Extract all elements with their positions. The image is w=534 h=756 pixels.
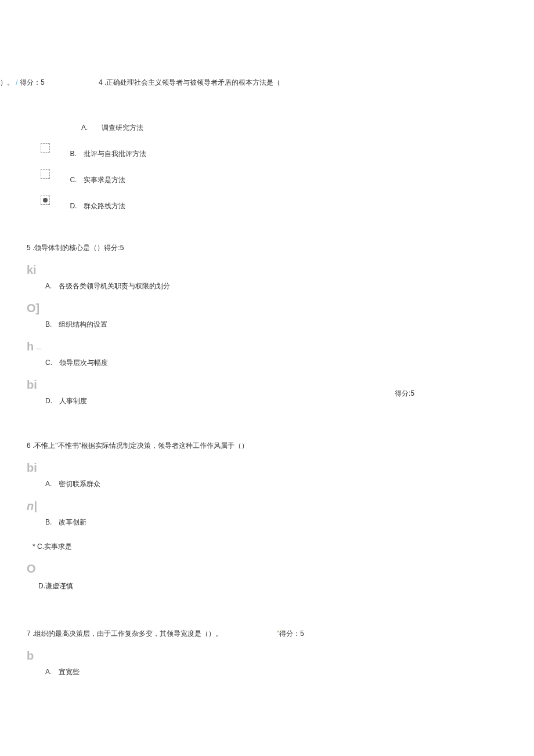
q4-option-c-row[interactable]: C. 实事求是方法 bbox=[41, 169, 534, 185]
artifact-dash: — bbox=[36, 346, 41, 352]
q6-option-d: D.谦虚谨慎 bbox=[38, 581, 534, 591]
artifact-text: n| bbox=[27, 500, 534, 513]
q4-option-a: A. 调查研究方法 bbox=[81, 123, 143, 133]
q6-option-b: B. 改革创新 bbox=[45, 518, 534, 527]
q4-options: A. 调查研究方法 B. 批评与自我批评方法 C. 实事求是方法 D. 群众路线… bbox=[41, 122, 534, 211]
q4-option-b: B. 批评与自我批评方法 bbox=[70, 149, 146, 159]
q6-option-c: * C.实事求是 bbox=[33, 542, 534, 552]
q4-score: ）。 / 得分：5 bbox=[0, 78, 45, 88]
radio-icon[interactable] bbox=[41, 169, 50, 179]
artifact-text: O] bbox=[27, 302, 534, 315]
q4-score-prefix: ）。 bbox=[0, 78, 14, 86]
artifact-text: b bbox=[27, 649, 534, 663]
q4-score-slash: / bbox=[16, 78, 17, 86]
question-7-text: 7 .组织的最高决策层，由于工作复杂多变，其领导宽度是（）。 bbox=[27, 630, 222, 638]
q4-question-text: 4 .正确处理社会主义领导者与被领导者矛盾的根本方法是（ bbox=[99, 78, 280, 88]
artifact-text: h— bbox=[27, 340, 534, 353]
q4-text-content: .正确处理社会主义领导者与被领导者矛盾的根本方法是（ bbox=[104, 78, 280, 86]
radio-icon[interactable] bbox=[41, 143, 50, 153]
q7-score: "得分：5 bbox=[277, 629, 304, 639]
radio-selected-icon[interactable] bbox=[41, 196, 50, 205]
artifact-text: ki bbox=[27, 263, 534, 277]
q4-option-b-row[interactable]: B. 批评与自我批评方法 bbox=[41, 143, 534, 159]
question-4-header: ）。 / 得分：5 4 .正确处理社会主义领导者与被领导者矛盾的根本方法是（ bbox=[0, 70, 534, 104]
q4-score-text: 得分：5 bbox=[20, 78, 45, 86]
q5-option-a: A. 各级各类领导机关职责与权限的划分 bbox=[45, 281, 534, 291]
q4-option-a-row: A. 调查研究方法 bbox=[41, 122, 534, 133]
artifact-h: h bbox=[27, 340, 34, 353]
q6-score: 得分:5 bbox=[395, 389, 414, 399]
artifact-text: bi bbox=[27, 461, 534, 475]
artifact-text: O bbox=[27, 562, 534, 576]
q4-number: 4 bbox=[99, 78, 103, 86]
q7-score-text: 得分：5 bbox=[279, 630, 304, 638]
q5-option-c: C. 领导层次与幅度 bbox=[45, 358, 534, 368]
artifact-text: bi bbox=[27, 378, 534, 392]
q4-option-c: C. 实事求是方法 bbox=[70, 175, 125, 185]
q4-option-d-row[interactable]: D. 群众路线方法 bbox=[41, 196, 534, 211]
question-7-row: 7 .组织的最高决策层，由于工作复杂多变，其领导宽度是（）。 "得分：5 bbox=[27, 629, 534, 639]
q5-option-b: B. 组织结构的设置 bbox=[45, 320, 534, 330]
question-6-text: 6 .不惟上"不惟书"根据实际情况制定决策，领导者这种工作作风属于（） bbox=[27, 441, 534, 451]
question-5-text: 5 .领导体制的核心是（）得分:5 bbox=[27, 243, 534, 253]
q7-option-a: A. 宜宽些 bbox=[45, 667, 534, 677]
q6-option-a: A. 密切联系群众 bbox=[45, 479, 534, 489]
q4-option-d: D. 群众路线方法 bbox=[70, 201, 125, 211]
q5-option-d: D. 人事制度 bbox=[45, 396, 534, 406]
